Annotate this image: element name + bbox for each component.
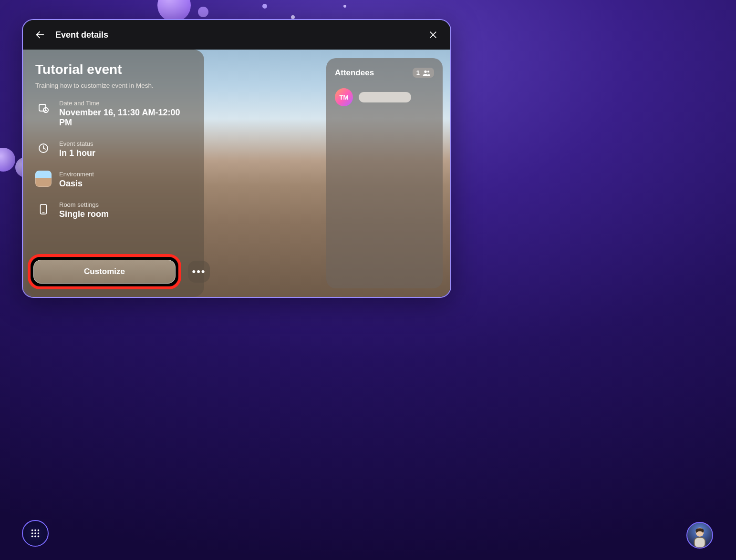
close-button[interactable] [426,28,440,41]
status-value: In 1 hour [59,148,95,158]
clock-icon [35,140,52,156]
svg-point-10 [427,71,429,72]
back-button[interactable] [33,28,47,41]
status-label: Event status [59,140,95,147]
decor-planet [291,15,295,19]
svg-point-19 [38,536,40,538]
attendee-initials: TM [340,94,349,101]
customize-button[interactable]: Customize [33,260,176,284]
modal-body: Tutorial event Training how to customize… [23,50,450,297]
tutorial-highlight: Customize [28,254,181,289]
modal-header: Event details [23,20,450,50]
info-row-datetime: Date and Time November 16, 11:30 AM-12:0… [35,100,192,128]
svg-point-15 [34,532,36,534]
attendees-count: 1 [416,69,420,76]
event-details-modal: Event details Tutorial event Training ho… [22,19,451,298]
modal-title: Event details [55,30,108,40]
grid-dots-icon [30,528,41,539]
ellipsis-icon: ••• [192,265,206,278]
svg-point-13 [38,529,40,531]
decor-planet [198,7,208,17]
attendee-name-redacted [359,92,411,102]
event-subtitle: Training how to customize event in Mesh. [35,82,192,89]
attendee-avatar: TM [335,88,353,106]
environment-label: Environment [59,171,94,178]
datetime-label: Date and Time [59,100,192,107]
svg-point-16 [38,532,40,534]
profile-avatar-button[interactable] [686,522,713,549]
svg-rect-21 [695,538,705,548]
attendees-heading: Attendees [335,68,374,78]
datetime-value: November 16, 11:30 AM-12:00 PM [59,108,192,128]
people-icon [423,70,430,76]
info-row-room: Room settings Single room [35,201,192,219]
decor-planet [343,5,346,8]
svg-point-14 [31,532,33,534]
arrow-left-icon [35,30,45,40]
app-menu-button[interactable] [22,520,49,547]
attendees-count-pill: 1 [413,68,434,78]
attendee-row[interactable]: TM [335,88,434,106]
room-label: Room settings [59,201,109,208]
more-options-button[interactable]: ••• [188,261,210,283]
avatar-icon [691,526,709,548]
svg-point-12 [34,529,36,531]
attendees-header: Attendees 1 [335,68,434,78]
tablet-icon [35,201,52,217]
info-row-environment: Environment Oasis [35,171,192,189]
svg-point-17 [31,536,33,538]
calendar-clock-icon [35,100,52,116]
decor-planet [0,148,15,172]
attendees-panel: Attendees 1 TM [326,58,443,288]
svg-point-9 [424,70,426,72]
room-value: Single room [59,209,109,219]
environment-thumbnail [35,171,52,187]
event-title: Tutorial event [35,62,192,77]
environment-value: Oasis [59,179,94,189]
close-icon [428,30,438,40]
event-info-panel: Tutorial event Training how to customize… [23,50,204,297]
svg-point-11 [31,529,33,531]
panel-actions: Customize ••• [28,254,210,289]
info-row-status: Event status In 1 hour [35,140,192,158]
decor-planet [262,4,267,9]
svg-point-18 [34,536,36,538]
